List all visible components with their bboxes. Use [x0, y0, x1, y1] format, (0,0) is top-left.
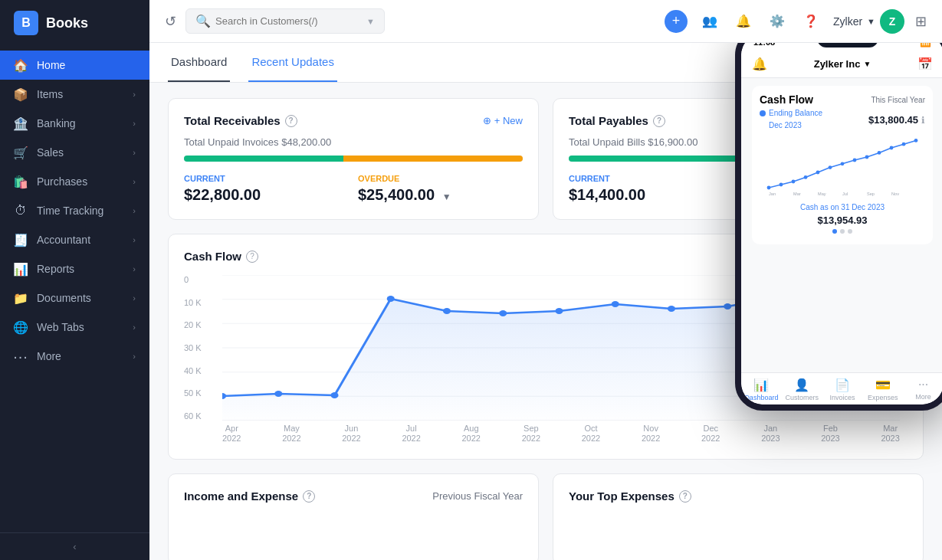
sidebar-item-label: Banking — [37, 117, 76, 129]
cashflow-title: Cash Flow — [184, 250, 241, 263]
search-input[interactable] — [215, 15, 362, 27]
items-icon: 📦 — [14, 87, 28, 101]
svg-point-29 — [878, 151, 881, 155]
mobile-info-icon[interactable]: ℹ — [921, 115, 925, 126]
sidebar-item-accountant[interactable]: 🧾 Accountant › — [0, 225, 149, 254]
plus-icon: ⊕ — [483, 115, 491, 126]
mobile-nav-more[interactable]: ··· More — [903, 378, 942, 401]
x-label-jan: Jan2023 — [761, 424, 780, 444]
svg-point-30 — [890, 146, 894, 150]
settings-button[interactable]: ⚙️ — [766, 10, 789, 33]
x-label-oct: Oct2022 — [582, 424, 600, 444]
sidebar-item-purchases[interactable]: 🛍️ Purchases › — [0, 167, 149, 196]
top-expenses-title: Your Top Expenses — [569, 490, 674, 503]
bottom-cards-row: Income and Expense ? Previous Fiscal Yea… — [168, 473, 924, 560]
svg-point-22 — [792, 180, 796, 184]
receivables-new-button[interactable]: ⊕ + New — [483, 115, 523, 126]
app-logo[interactable]: B Books — [0, 0, 149, 46]
chevron-right-icon: › — [133, 148, 136, 157]
mobile-nav-dashboard[interactable]: 📊 Dashboard — [741, 378, 782, 401]
chevron-right-icon: › — [133, 352, 136, 361]
tab-recent-updates[interactable]: Recent Updates — [248, 43, 337, 82]
app-logo-icon: B — [14, 11, 38, 35]
chevron-right-icon: › — [133, 293, 136, 303]
mobile-fiscal-year: This Fiscal Year — [871, 96, 925, 104]
svg-text:Jan: Jan — [769, 192, 776, 196]
user-menu[interactable]: Zylker ▼ Z — [833, 9, 904, 34]
svg-text:May: May — [818, 192, 826, 196]
receivables-progress-bar — [184, 156, 523, 162]
mobile-calendar-icon[interactable]: 📅 — [917, 57, 933, 71]
mobile-header: 🔔 Zylker Inc ▼ 📅 — [741, 51, 942, 78]
cashflow-info-icon[interactable]: ? — [246, 251, 258, 263]
svg-point-13 — [555, 308, 563, 314]
svg-text:Mar: Mar — [793, 192, 801, 196]
mobile-nav-invoices[interactable]: 📄 Invoices — [822, 378, 863, 401]
time-tracking-icon: ⏱ — [14, 204, 28, 218]
overdue-label: OVERDUE — [358, 174, 523, 183]
svg-point-16 — [724, 303, 731, 309]
sidebar-collapse-button[interactable]: ‹ — [0, 532, 149, 560]
mobile-date-row: Cash as on 31 Dec 2023 — [760, 200, 925, 215]
main-content: ↺ 🔍 ▼ + 👥 🔔 ⚙️ ❓ Zylker ▼ Z ⊞ — [149, 0, 942, 560]
tab-dashboard[interactable]: Dashboard — [168, 43, 230, 82]
bell-icon[interactable]: 🔔 — [752, 57, 767, 71]
period-selector[interactable]: Previous Fiscal Year — [432, 490, 523, 502]
reports-icon: 📊 — [14, 262, 28, 276]
mobile-dropdown-icon[interactable]: ▼ — [863, 60, 871, 68]
help-button[interactable]: ❓ — [799, 10, 822, 33]
grid-button[interactable]: ⊞ — [915, 13, 927, 30]
payables-info-icon[interactable]: ? — [653, 115, 665, 127]
sales-icon: 🛒 — [14, 146, 28, 159]
banking-icon: 🏦 — [14, 116, 28, 130]
sidebar-item-banking[interactable]: 🏦 Banking › — [0, 109, 149, 138]
dropdown-icon[interactable]: ▼ — [442, 192, 451, 202]
notifications-button[interactable]: 🔔 — [732, 10, 755, 33]
contacts-button[interactable]: 👥 — [698, 10, 721, 33]
sidebar-item-items[interactable]: 📦 Items › — [0, 80, 149, 109]
x-label-jun: Jun2022 — [342, 424, 360, 444]
mobile-nav-expenses[interactable]: 💳 Expenses — [862, 378, 903, 401]
chart-y-labels: 60 K 50 K 40 K 30 K 20 K 10 K 0 — [184, 275, 215, 421]
user-dropdown-icon: ▼ — [867, 17, 875, 26]
sidebar-item-label: Time Tracking — [37, 205, 103, 217]
sidebar-item-documents[interactable]: 📁 Documents › — [0, 283, 149, 313]
balance-dot — [760, 110, 766, 116]
x-label-sep: Sep2022 — [522, 424, 540, 444]
sidebar-item-more[interactable]: ··· More › — [0, 342, 149, 371]
receivables-info-icon[interactable]: ? — [285, 115, 297, 127]
invoices-icon: 📄 — [835, 378, 850, 392]
refresh-button[interactable]: ↺ — [165, 13, 176, 30]
mobile-screen: 11:08 📶 🔔 Zylker Inc ▼ 📅 — [741, 43, 942, 404]
svg-point-21 — [780, 183, 783, 187]
mobile-status-bar: 11:08 📶 — [741, 43, 942, 51]
search-dropdown-icon[interactable]: ▼ — [366, 17, 375, 26]
receivables-title: Total Receivables — [184, 114, 281, 127]
chevron-right-icon: › — [133, 90, 136, 99]
svg-point-11 — [443, 308, 451, 314]
mobile-org-name: Zylker Inc — [814, 58, 861, 70]
add-button[interactable]: + — [665, 10, 688, 33]
sidebar-item-time-tracking[interactable]: ⏱ Time Tracking › — [0, 196, 149, 225]
mobile-balance-label: Ending Balance — [769, 109, 822, 117]
svg-point-9 — [330, 392, 338, 398]
sidebar-item-reports[interactable]: 📊 Reports › — [0, 254, 149, 283]
search-bar[interactable]: 🔍 ▼ — [185, 8, 385, 34]
expenses-icon: 💳 — [875, 378, 891, 392]
svg-point-12 — [499, 310, 507, 316]
sidebar-item-web-tabs[interactable]: 🌐 Web Tabs › — [0, 313, 149, 342]
sidebar-item-sales[interactable]: 🛒 Sales › — [0, 138, 149, 167]
top-expenses-info-icon[interactable]: ? — [679, 490, 691, 503]
current-amount: $22,800.00 — [184, 186, 349, 204]
sidebar-item-label: Purchases — [37, 175, 87, 188]
svg-point-23 — [804, 175, 808, 179]
mobile-bottom-nav: 📊 Dashboard 👤 Customers 📄 Invoices 💳 Exp… — [741, 372, 942, 404]
sidebar-item-home[interactable]: 🏠 Home — [0, 51, 149, 80]
mobile-line-chart: Jan Mar May Jul Sep Nov 2023 2023 2023 2… — [760, 136, 925, 197]
documents-icon: 📁 — [14, 291, 28, 305]
svg-point-24 — [816, 171, 820, 175]
sidebar-item-label: Items — [37, 88, 63, 100]
income-expense-info-icon[interactable]: ? — [303, 490, 315, 503]
chevron-right-icon: › — [133, 119, 136, 128]
mobile-nav-customers[interactable]: 👤 Customers — [782, 378, 822, 401]
